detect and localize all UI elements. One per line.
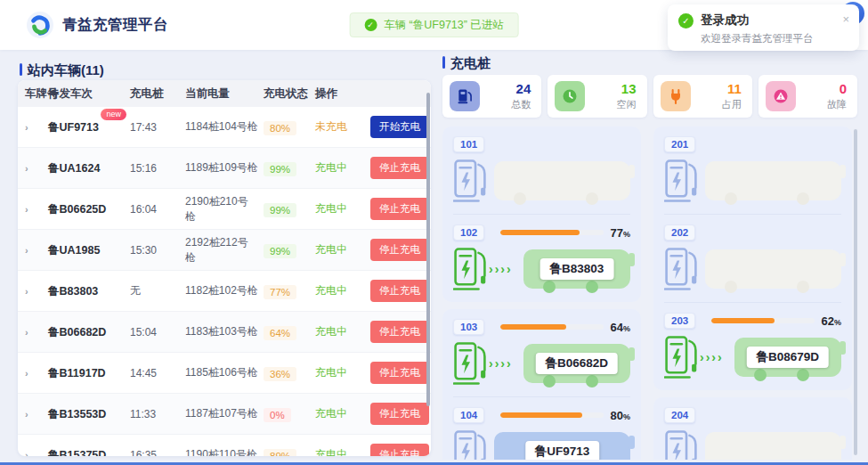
- bus-wheel: [586, 192, 598, 205]
- new-badge: new: [101, 109, 126, 120]
- close-icon[interactable]: ×: [842, 13, 849, 25]
- vehicle-arrival-toast: ✓ 车辆 “鲁UF9713” 已进站: [349, 12, 519, 37]
- charge-action-button[interactable]: 停止充电: [370, 239, 429, 261]
- table-row: 鲁UA1985 15:30 2192桩212号枪 99% 充电中 停止充电: [18, 230, 431, 271]
- app-title: 青益充管理平台: [62, 15, 168, 35]
- pile-id-badge: 204: [664, 407, 695, 423]
- stat-card-fault: 0 故障: [758, 75, 857, 118]
- bus-wheel: [725, 281, 737, 293]
- charging-pile-icon: [453, 158, 487, 204]
- charging-arrows-icon: [489, 356, 513, 371]
- charge-action-button[interactable]: 停止充电: [370, 362, 429, 384]
- pile-gun-cell: 2192桩212号枪: [185, 235, 264, 264]
- charging-pile-icon: [664, 334, 698, 380]
- pile-gun-cell: 1182桩102号枪: [185, 283, 264, 298]
- charging-arrows-icon: [700, 350, 724, 364]
- plate-number: 鲁B06625D: [48, 203, 106, 216]
- pile-column-left: 101 102 77%: [442, 126, 641, 460]
- row-expander-icon[interactable]: [25, 245, 48, 256]
- stat-value: 0: [827, 81, 847, 96]
- next-departure-cell: 无: [130, 283, 185, 298]
- table-row: 鲁UF9713new 17:43 1184桩104号枪 80% 未充电 开始充电: [18, 107, 431, 148]
- bus-silhouette: 鲁B08679D: [734, 338, 841, 377]
- next-departure-cell: 17:43: [130, 121, 185, 134]
- vehicles-table: 车牌号待发车次充电桩当前电量充电状态操作 鲁UF9713new 17:43 11…: [18, 80, 431, 456]
- bus-plate: 鲁B08679D: [747, 347, 830, 368]
- pile-slot: 201: [664, 126, 841, 214]
- bus-plate: 鲁B06682D: [536, 353, 619, 374]
- progress-track: [711, 318, 815, 323]
- soc-percent: 64: [611, 321, 623, 334]
- soc-progress: 77%: [500, 226, 630, 240]
- charging-status: 充电中: [315, 283, 370, 298]
- charging-pile-icon: [453, 246, 487, 292]
- stat-card-occupied: 11 占用: [653, 75, 752, 118]
- charge-action-button[interactable]: 停止充电: [370, 321, 429, 343]
- row-expander-icon[interactable]: [25, 122, 48, 133]
- charging-status: 充电中: [315, 447, 370, 456]
- row-expander-icon[interactable]: [25, 204, 48, 215]
- row-expander-icon[interactable]: [25, 327, 48, 338]
- pile-gun-cell: 1189桩109号枪: [185, 160, 264, 175]
- soc-badge: 80%: [264, 121, 296, 135]
- bus-silhouette: 鲁B06682D: [523, 344, 630, 383]
- login-toast-title: 登录成功: [701, 12, 749, 29]
- stat-label: 空闲: [617, 98, 637, 111]
- plate-cell: 鲁B06625D: [48, 200, 130, 217]
- stat-card-total: 24 总数: [442, 75, 541, 118]
- plate-cell: 鲁UA1985: [48, 241, 130, 258]
- next-departure-cell: 14:45: [130, 367, 185, 379]
- row-expander-icon[interactable]: [25, 368, 48, 379]
- pile-card: 101 102 77%: [442, 126, 641, 302]
- charge-action-button[interactable]: 停止充电: [370, 444, 429, 456]
- pile-grid: 101 102 77%: [442, 126, 857, 460]
- bus-wheel: [725, 192, 737, 205]
- soc-progress: 64%: [500, 321, 630, 334]
- charging-status: 充电中: [315, 160, 370, 175]
- table-row: 鲁B15375D 16:35 1190桩110号枪 89% 充电中 停止充电: [18, 435, 431, 456]
- soc-progress: 80%: [500, 409, 630, 422]
- table-scrollbar[interactable]: [426, 93, 430, 406]
- pile-gun-cell: 2190桩210号枪: [185, 194, 264, 223]
- charge-action-button[interactable]: 停止充电: [370, 280, 429, 302]
- row-expander-icon[interactable]: [25, 286, 48, 297]
- column-header: 充电状态: [264, 86, 315, 102]
- pile-grid-scrollbar[interactable]: [854, 129, 857, 455]
- plug-icon: [661, 81, 691, 111]
- row-expander-icon[interactable]: [25, 450, 48, 457]
- table-row: 鲁UA1624 15:16 1189桩109号枪 99% 充电中 停止充电: [18, 148, 431, 189]
- column-header: 车牌号: [25, 86, 48, 102]
- row-expander-icon[interactable]: [25, 409, 48, 420]
- soc-progress: 62%: [711, 314, 841, 328]
- charge-action-button[interactable]: 停止充电: [370, 198, 429, 220]
- progress-track: [500, 230, 604, 235]
- soc-percent: 62: [822, 314, 834, 328]
- charging-status: 充电中: [315, 406, 370, 421]
- alert-icon: [766, 81, 796, 111]
- plate-number: 鲁B11917D: [48, 367, 106, 379]
- percent-sign: %: [623, 412, 630, 421]
- pile-gun-cell: 1190桩110号枪: [185, 447, 264, 456]
- charging-arrows-icon: [489, 262, 513, 276]
- charging-pile-icon: [664, 428, 698, 460]
- pile-column-right: 201 202: [653, 126, 852, 460]
- charge-action-button[interactable]: 停止充电: [370, 157, 429, 179]
- pile-slot: 102 77% 鲁B83803: [453, 214, 630, 302]
- plate-cell: 鲁B06682D: [48, 323, 130, 340]
- stat-value: 13: [617, 81, 637, 96]
- row-expander-icon[interactable]: [25, 163, 48, 174]
- soc-badge: 99%: [264, 162, 296, 176]
- bus-wheel: [797, 281, 809, 293]
- pile-id-badge: 101: [453, 136, 484, 152]
- pile-id-badge: 202: [664, 224, 695, 241]
- success-check-icon: ✓: [364, 19, 377, 31]
- progress-fill: [711, 318, 775, 323]
- charge-action-button[interactable]: 开始充电: [370, 116, 429, 138]
- pile-gun-cell: 1187桩107号枪: [185, 406, 264, 420]
- charge-action-button[interactable]: 停止充电: [370, 403, 429, 425]
- soc-badge: 99%: [264, 244, 296, 258]
- bus-wheel: [586, 375, 598, 388]
- bus-silhouette: [494, 161, 630, 200]
- charging-status: 充电中: [315, 365, 370, 380]
- bus-wheel: [797, 369, 809, 381]
